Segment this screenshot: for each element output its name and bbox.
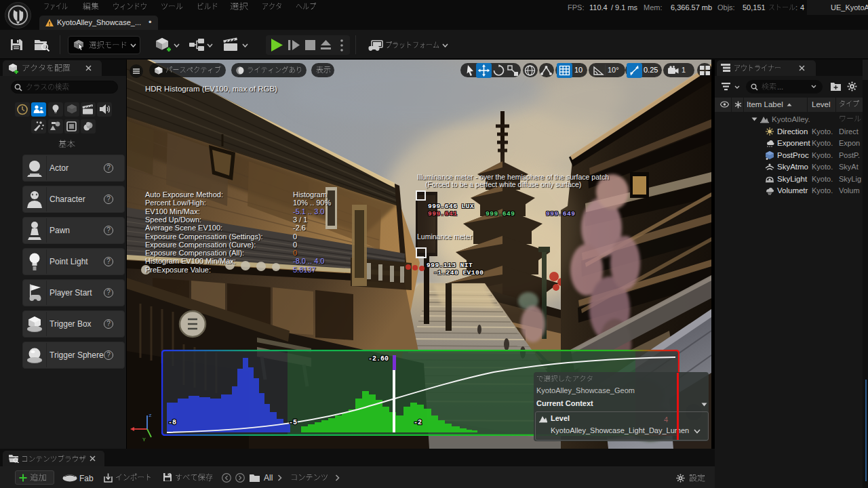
svg-text:-8: -8 xyxy=(168,419,176,426)
svg-text:Y: Y xyxy=(142,436,146,443)
svg-text:-5: -5 xyxy=(289,419,297,426)
svg-text:-2: -2 xyxy=(414,419,422,426)
svg-text:z: z xyxy=(149,412,152,418)
svg-text:-2.60: -2.60 xyxy=(368,355,389,363)
